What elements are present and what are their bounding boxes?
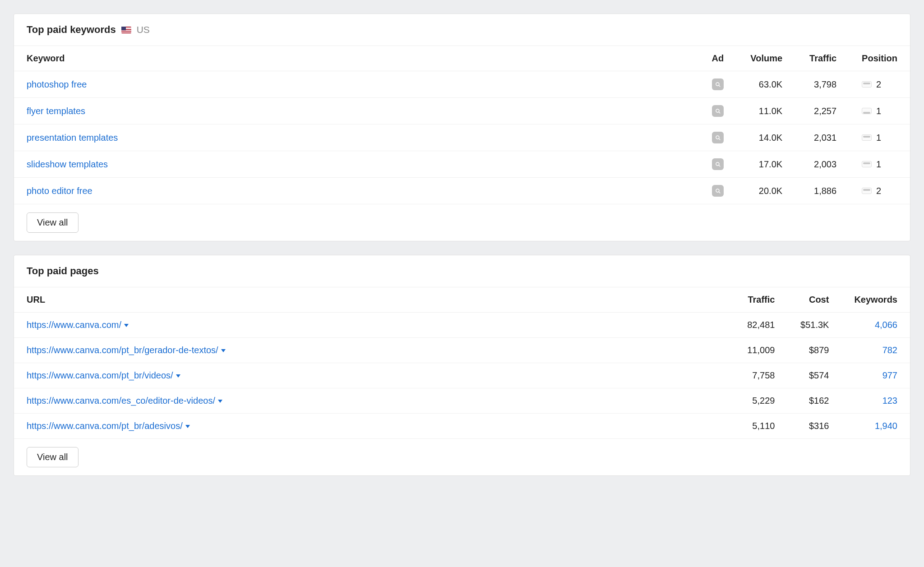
top-paid-pages-title: Top paid pages [27, 265, 99, 277]
paid-keywords-footer: View all [14, 204, 910, 241]
keyword-link[interactable]: presentation templates [27, 133, 118, 143]
caret-down-icon[interactable] [176, 374, 180, 378]
caret-down-icon[interactable] [185, 425, 190, 428]
top-paid-pages-header: Top paid pages [14, 255, 910, 287]
table-row: https://www.canva.com/pt_br/gerador-de-t… [14, 338, 910, 363]
keyword-link[interactable]: flyer templates [27, 106, 85, 116]
ad-preview-icon[interactable] [712, 185, 724, 197]
page-url-link[interactable]: https://www.canva.com/ [27, 320, 121, 330]
position-value: 2 [876, 79, 881, 90]
svg-point-6 [716, 162, 719, 166]
serp-position-icon [862, 108, 872, 114]
page-url-link[interactable]: https://www.canva.com/pt_br/videos/ [27, 370, 173, 380]
col-position[interactable]: Position [849, 46, 910, 71]
page-keywords-link[interactable]: 782 [882, 345, 897, 355]
page-cost-value: $879 [787, 338, 841, 363]
ad-preview-icon[interactable] [712, 158, 724, 170]
col-ad[interactable]: Ad [699, 46, 736, 71]
position-value: 1 [876, 159, 881, 170]
caret-down-icon[interactable] [124, 324, 129, 327]
keyword-link[interactable]: slideshow templates [27, 159, 108, 169]
svg-point-2 [716, 109, 719, 112]
traffic-value: 2,003 [795, 151, 849, 178]
page-keywords-link[interactable]: 1,940 [875, 421, 897, 431]
svg-point-8 [716, 189, 719, 192]
svg-line-3 [719, 112, 720, 113]
keyword-link[interactable]: photoshop free [27, 79, 87, 89]
us-flag-icon [121, 27, 131, 33]
page-url-link[interactable]: https://www.canva.com/es_co/editor-de-vi… [27, 396, 215, 406]
table-row: https://www.canva.com/pt_br/videos/7,758… [14, 363, 910, 388]
view-all-keywords-button[interactable]: View all [27, 212, 79, 233]
top-paid-keywords-header: Top paid keywords US [14, 14, 910, 46]
col-keyword[interactable]: Keyword [14, 46, 699, 71]
page-url-link[interactable]: https://www.canva.com/pt_br/gerador-de-t… [27, 345, 218, 355]
ad-preview-icon[interactable] [712, 105, 724, 117]
page-keywords-link[interactable]: 123 [882, 396, 897, 406]
page-url-link[interactable]: https://www.canva.com/pt_br/adesivos/ [27, 421, 183, 431]
page-cost-value: $316 [787, 414, 841, 439]
view-all-pages-button[interactable]: View all [27, 447, 79, 467]
paid-keywords-table: Keyword Ad Volume Traffic Position photo… [14, 46, 910, 204]
serp-position-icon [862, 188, 872, 194]
table-row: https://www.canva.com/82,481$51.3K4,066 [14, 313, 910, 338]
col-keywords[interactable]: Keywords [841, 287, 910, 313]
page-traffic-value: 7,758 [729, 363, 787, 388]
caret-down-icon[interactable] [218, 400, 222, 403]
table-row: https://www.canva.com/es_co/editor-de-vi… [14, 388, 910, 414]
serp-position-icon [862, 81, 872, 88]
page-traffic-value: 11,009 [729, 338, 787, 363]
table-row: photoshop free63.0K3,7982 [14, 71, 910, 98]
volume-value: 63.0K [736, 71, 795, 98]
table-row: slideshow templates17.0K2,0031 [14, 151, 910, 178]
page-cost-value: $574 [787, 363, 841, 388]
ad-preview-icon[interactable] [712, 132, 724, 143]
col-cost[interactable]: Cost [787, 287, 841, 313]
table-row: photo editor free20.0K1,8862 [14, 178, 910, 204]
col-pages-traffic[interactable]: Traffic [729, 287, 787, 313]
top-paid-keywords-card: Top paid keywords US Keyword Ad Volume T… [14, 14, 910, 241]
caret-down-icon[interactable] [221, 349, 226, 352]
svg-line-7 [719, 165, 720, 166]
svg-line-1 [719, 85, 720, 87]
top-paid-keywords-title: Top paid keywords [27, 24, 116, 36]
table-row: flyer templates11.0K2,2571 [14, 98, 910, 124]
table-row: presentation templates14.0K2,0311 [14, 124, 910, 151]
svg-line-9 [719, 192, 720, 193]
position-value: 1 [876, 106, 881, 116]
page-traffic-value: 5,229 [729, 388, 787, 414]
serp-position-icon [862, 134, 872, 141]
page-cost-value: $162 [787, 388, 841, 414]
position-value: 2 [876, 186, 881, 196]
volume-value: 20.0K [736, 178, 795, 204]
traffic-value: 2,031 [795, 124, 849, 151]
page-keywords-link[interactable]: 4,066 [875, 320, 897, 330]
table-row: https://www.canva.com/pt_br/adesivos/5,1… [14, 414, 910, 439]
traffic-value: 1,886 [795, 178, 849, 204]
volume-value: 17.0K [736, 151, 795, 178]
top-paid-keywords-country: US [137, 24, 150, 35]
page-cost-value: $51.3K [787, 313, 841, 338]
col-url[interactable]: URL [14, 287, 729, 313]
page-traffic-value: 5,110 [729, 414, 787, 439]
volume-value: 14.0K [736, 124, 795, 151]
svg-point-0 [716, 83, 719, 86]
svg-line-5 [719, 138, 720, 140]
paid-pages-table: URL Traffic Cost Keywords https://www.ca… [14, 287, 910, 439]
serp-position-icon [862, 161, 872, 167]
volume-value: 11.0K [736, 98, 795, 124]
page-traffic-value: 82,481 [729, 313, 787, 338]
keyword-link[interactable]: photo editor free [27, 186, 92, 196]
page-keywords-link[interactable]: 977 [882, 370, 897, 380]
svg-point-4 [716, 136, 719, 139]
traffic-value: 3,798 [795, 71, 849, 98]
col-volume[interactable]: Volume [736, 46, 795, 71]
paid-pages-footer: View all [14, 439, 910, 475]
ad-preview-icon[interactable] [712, 78, 724, 90]
col-traffic[interactable]: Traffic [795, 46, 849, 71]
traffic-value: 2,257 [795, 98, 849, 124]
position-value: 1 [876, 133, 881, 143]
top-paid-pages-card: Top paid pages URL Traffic Cost Keywords… [14, 255, 910, 476]
